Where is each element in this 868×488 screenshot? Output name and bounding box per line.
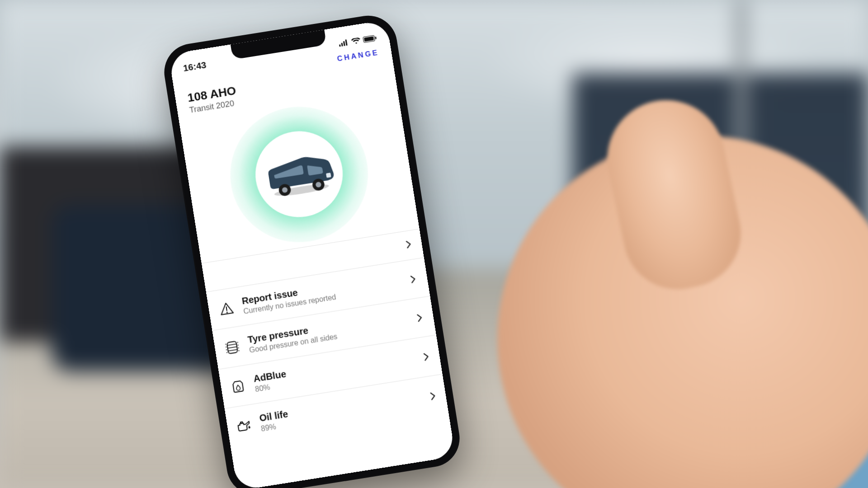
svg-rect-8 [326,173,331,178]
svg-rect-5 [364,36,374,42]
svg-rect-1 [341,43,343,47]
warning-triangle-icon [218,301,236,316]
status-icons [339,35,377,47]
chevron-right-icon [428,391,438,401]
chevron-right-icon [421,352,431,361]
vehicle-status-halo [221,97,378,252]
signal-icon [339,39,349,47]
svg-rect-3 [345,39,347,46]
tyre-icon [223,339,241,355]
chevron-right-icon [415,313,425,322]
svg-rect-2 [343,41,345,46]
chevron-right-icon [406,240,413,251]
fluid-container-icon [229,378,247,395]
svg-point-14 [226,311,228,313]
wifi-icon [351,38,361,45]
svg-rect-6 [375,37,376,39]
vehicle-image [259,146,339,202]
status-time: 16:43 [183,60,207,73]
svg-line-13 [226,307,226,310]
battery-icon [363,35,377,43]
svg-rect-0 [339,44,341,47]
oil-can-icon [235,418,253,433]
chevron-right-icon [408,274,418,284]
